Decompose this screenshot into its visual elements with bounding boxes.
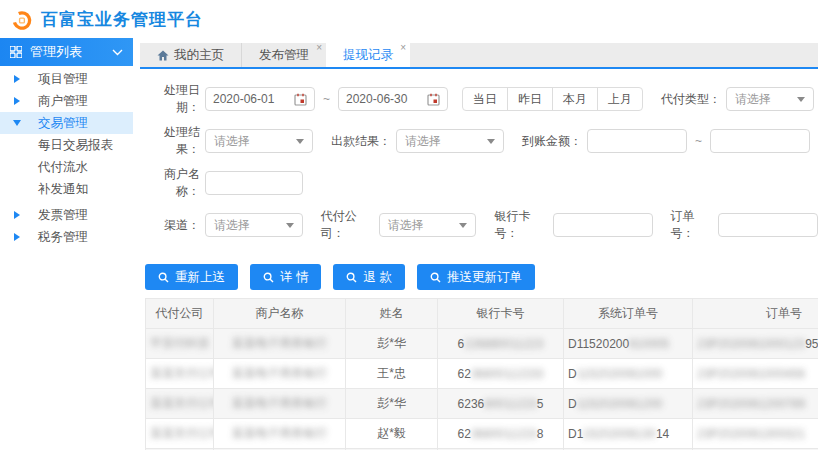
magnifier-icon xyxy=(346,272,357,283)
amount-label: 到账金额： xyxy=(522,133,582,150)
triangle-right-icon xyxy=(14,75,20,83)
withdraw-records-table-wrap: 代付公司 商户名称 姓名 银行卡号 系统订单号 订单号 平安付科技 某某电子商务… xyxy=(140,298,818,450)
result-select[interactable]: 请选择 xyxy=(205,129,313,153)
table-row[interactable]: 某某支付公司 某某电子商务银行 王*忠 6236800112233 D11520… xyxy=(146,359,818,389)
tilde: ~ xyxy=(323,92,330,106)
order-no-input[interactable] xyxy=(718,213,818,237)
cell-name: 赵*毅 xyxy=(346,419,438,449)
date-to-input[interactable]: 2020-06-30 xyxy=(338,87,448,111)
push-update-order-button[interactable]: 推送更新订单 xyxy=(417,264,535,290)
merchant-name-input[interactable] xyxy=(205,171,303,195)
table-row[interactable]: 平安付科技 某某电子商务银行 彭*华 6226880011223 D115202… xyxy=(146,329,818,359)
pay-type-value: 请选择 xyxy=(735,91,771,108)
payout-select[interactable]: 请选择 xyxy=(396,129,504,153)
sidebar-item-reissue-notice[interactable]: 补发通知 xyxy=(0,178,133,200)
redacted-text: 1152020061000 xyxy=(577,367,663,381)
quick-range-today[interactable]: 当日 xyxy=(463,88,508,110)
redacted-text: 226880011223 xyxy=(464,337,543,351)
date-from-input[interactable]: 2020-06-01 xyxy=(205,87,315,111)
quick-range-this-month[interactable]: 本月 xyxy=(553,88,598,110)
company-select[interactable]: 请选择 xyxy=(379,213,477,237)
app-header: 百富宝业务管理平台 xyxy=(0,0,818,38)
cell-merchant: 某某电子商务银行 xyxy=(214,359,346,389)
triangle-right-icon xyxy=(14,97,20,105)
sidebar-header-management-list[interactable]: 管理列表 xyxy=(0,38,133,66)
tab-home[interactable]: 我的主页 xyxy=(140,43,242,67)
cell-company: 平安付科技 xyxy=(146,329,214,359)
cell-order-no: 23P202006100012395 xyxy=(693,329,818,359)
button-label: 详 情 xyxy=(280,269,308,286)
date-from-value: 2020-06-01 xyxy=(213,92,294,106)
button-label: 重新上送 xyxy=(175,269,225,286)
calendar-icon xyxy=(294,93,307,106)
sidebar-item-transaction-mgmt[interactable]: 交易管理 xyxy=(0,112,133,134)
amount-min-input[interactable] xyxy=(587,129,687,153)
tab-withdraw-records[interactable]: 提现记录 × xyxy=(326,43,410,67)
sidebar-item-project-mgmt[interactable]: 项目管理 xyxy=(0,68,133,90)
col-header-name: 姓名 xyxy=(346,299,438,329)
caret-down-icon xyxy=(487,139,495,144)
tab-label: 发布管理 xyxy=(259,47,309,64)
redacted-text: 23P2020061200789 xyxy=(697,397,805,411)
col-header-company: 代付公司 xyxy=(146,299,214,329)
col-header-sys-order-no: 系统订单号 xyxy=(564,299,693,329)
caret-down-icon xyxy=(296,139,304,144)
sidebar-item-label: 商户管理 xyxy=(38,93,88,110)
redacted-text: 1152020061200 xyxy=(577,397,663,411)
tab-publish-mgmt[interactable]: 发布管理 × xyxy=(242,43,326,67)
triangle-down-icon xyxy=(13,120,21,126)
col-header-order-no: 订单号 xyxy=(693,299,818,329)
cell-merchant: 某某电子商务银行 xyxy=(214,419,346,449)
sidebar-item-payment-flow[interactable]: 代付流水 xyxy=(0,156,133,178)
cell-card-no: 6236800112233 xyxy=(438,359,564,389)
tab-bar: 我的主页 发布管理 × 提现记录 × xyxy=(140,43,818,69)
magnifier-icon xyxy=(430,272,441,283)
caret-down-icon xyxy=(459,223,467,228)
close-icon[interactable]: × xyxy=(316,43,322,53)
redacted-text: 23P2020061000456 xyxy=(697,367,805,381)
cell-company: 某某支付公司 xyxy=(146,419,214,449)
filter-row-results: 处理结果： 请选择 出款结果： 请选择 到账金额： ~ xyxy=(145,124,818,158)
date-to-value: 2020-06-30 xyxy=(346,92,427,106)
filter-row-channel: 渠道： 请选择 代付公司： 请选择 银行卡号： 订单号： xyxy=(145,208,818,242)
resend-button[interactable]: 重新上送 xyxy=(145,264,238,290)
sidebar-item-daily-report[interactable]: 每日交易报表 xyxy=(0,134,133,156)
calendar-icon xyxy=(427,93,440,106)
sidebar-item-invoice-mgmt[interactable]: 发票管理 xyxy=(0,204,133,226)
payout-value: 请选择 xyxy=(405,133,441,150)
cell-card-no: 6226880011223 xyxy=(438,329,564,359)
tab-label: 我的主页 xyxy=(174,47,224,64)
result-value: 请选择 xyxy=(214,133,250,150)
action-bar: 重新上送 详 情 xyxy=(140,264,818,290)
sidebar-item-label: 代付流水 xyxy=(38,159,88,176)
baifubao-logo-icon xyxy=(10,8,33,31)
channel-select[interactable]: 请选择 xyxy=(205,213,303,237)
company-label: 代付公司： xyxy=(321,208,374,242)
caret-down-icon xyxy=(797,97,805,102)
detail-button[interactable]: 详 情 xyxy=(250,264,321,290)
table-row[interactable]: 某某支付公司 某某电子商务银行 赵*毅 6236800112238 D11520… xyxy=(146,419,818,449)
button-label: 退 款 xyxy=(363,269,391,286)
sidebar-item-label: 补发通知 xyxy=(38,181,88,198)
quick-range-last-month[interactable]: 上月 xyxy=(598,88,642,110)
triangle-right-icon xyxy=(14,211,20,219)
triangle-right-icon xyxy=(14,233,20,241)
close-icon[interactable]: × xyxy=(400,43,406,53)
amount-max-input[interactable] xyxy=(710,129,810,153)
sidebar-item-label: 税务管理 xyxy=(38,229,88,246)
pay-type-select[interactable]: 请选择 xyxy=(726,87,814,111)
card-no-input[interactable] xyxy=(553,213,653,237)
channel-value: 请选择 xyxy=(214,217,250,234)
table-row[interactable]: 某某支付公司 某某电子商务银行 彭*华 6236800112235 D11520… xyxy=(146,389,818,419)
sidebar-item-merchant-mgmt[interactable]: 商户管理 xyxy=(0,90,133,112)
refund-button[interactable]: 退 款 xyxy=(333,264,404,290)
redacted-text: 36800112233 xyxy=(471,367,544,381)
redacted-text: 某某支付公司 xyxy=(150,396,214,410)
quick-range-yesterday[interactable]: 昨日 xyxy=(508,88,553,110)
cell-order-no: 23P2020061200789 xyxy=(693,389,818,419)
sidebar-item-tax-mgmt[interactable]: 税务管理 xyxy=(0,226,133,248)
redacted-text: 15202006130 xyxy=(582,427,655,441)
merchant-name-label: 商户名称： xyxy=(145,166,200,200)
cell-company: 某某支付公司 xyxy=(146,359,214,389)
redacted-text: 23P2020061000123 xyxy=(697,337,805,351)
